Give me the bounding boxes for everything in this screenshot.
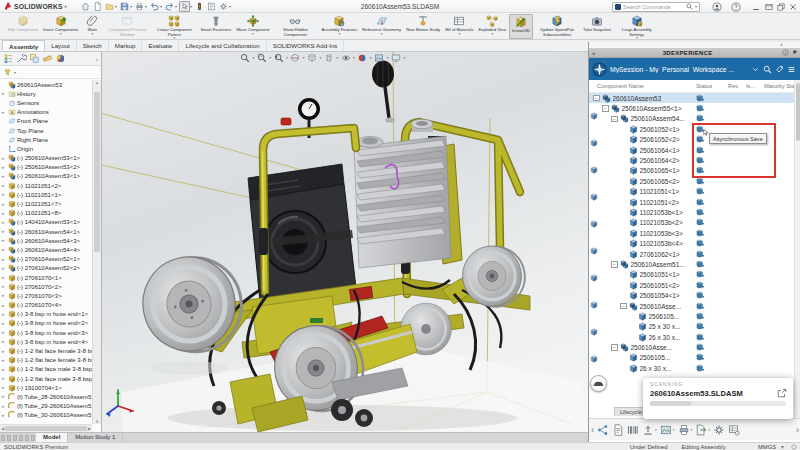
feature-tree-item[interactable]: ▸(-) 270610Assem52<2> — [0, 264, 92, 273]
redo-dropdown-caret[interactable]: ▾ — [175, 4, 177, 9]
save-dropdown-caret[interactable]: ▾ — [130, 4, 132, 9]
search-dropdown-caret[interactable]: ▾ — [695, 4, 697, 9]
hud-section-button[interactable] — [290, 53, 300, 63]
hud-vcube-button[interactable] — [307, 53, 317, 63]
feature-tree-item[interactable]: ▸(-) 3-8 bsp m hose end<1> — [0, 310, 92, 319]
expand-toggle[interactable]: − — [620, 303, 627, 310]
assistant-avatar[interactable] — [590, 375, 607, 392]
hud-prevview-button[interactable] — [274, 53, 284, 63]
tag-icon[interactable] — [775, 65, 784, 74]
expand-toggle[interactable]: − — [611, 261, 618, 268]
select-dropdown-caret[interactable]: ▾ — [190, 4, 192, 9]
tab-sketch[interactable]: Sketch — [77, 40, 109, 51]
help-icon[interactable] — [731, 2, 741, 12]
open-external-icon[interactable] — [777, 388, 787, 398]
feature-tree-item[interactable]: ▸(-) 27061070<4> — [0, 301, 92, 310]
expand-toggle[interactable]: − — [611, 344, 618, 351]
feature-tree-horizontal-scrollbar[interactable]: ◀▶ — [0, 424, 92, 432]
dx-tree-row[interactable]: 11021053b<3> — [589, 228, 794, 238]
options-button[interactable] — [218, 1, 229, 12]
feature-tree-item[interactable]: ▸(-) 260610Assem54<4> — [0, 245, 92, 254]
feature-tree-item[interactable]: ▸(-) 260610Assem54<1> — [0, 227, 92, 236]
feature-tree-item[interactable]: Right Plane — [0, 135, 92, 144]
print-dropdown-caret[interactable]: ▾ — [145, 4, 147, 9]
hud-appearance-button[interactable] — [357, 53, 367, 63]
hud-zoomfit-button[interactable] — [240, 53, 250, 63]
feature-tree-item[interactable]: ▸Annotations — [0, 108, 92, 117]
redo-button[interactable] — [164, 1, 175, 12]
panel-tab-overflow[interactable]: › — [96, 56, 98, 62]
cm-bill-of-materials-button[interactable]: Bill of Materials ▾ — [443, 14, 475, 39]
feature-tree-item[interactable]: ▸(-) 1-2 flat face female 3-8 bsp f<2 — [0, 356, 92, 365]
dx-tree-row[interactable]: − 250610Assem55<1> — [589, 103, 794, 113]
feature-tree-item[interactable]: ▸(-) 1-2 flat face male 3-8 bsp f<2> — [0, 374, 92, 383]
feature-tree-item[interactable]: Front Plane — [0, 117, 92, 126]
cm-show-hidden-components-button[interactable]: Show Hidden Components — [272, 14, 318, 39]
column-header-rev[interactable]: Rev — [728, 83, 738, 89]
expand-toggle[interactable]: − — [593, 95, 600, 102]
dx-tree-row[interactable]: 26 x 30 x... — [589, 332, 794, 342]
dx-tree-row[interactable]: 25061054<1> — [589, 290, 794, 300]
toolbar-gear2-button[interactable] — [713, 424, 725, 436]
cm-component-preview-window-button[interactable]: Component Preview Window — [104, 14, 150, 39]
feature-tree-item[interactable]: ▸(-) 270610Assem52<1> — [0, 255, 92, 264]
search-commands-box[interactable]: Search Commands ▾ — [612, 2, 700, 12]
cm-insert-components-button[interactable]: Insert Components ▾ — [41, 14, 80, 39]
restore-button[interactable] — [776, 2, 786, 12]
undo-dropdown-caret[interactable]: ▾ — [160, 4, 162, 9]
feature-tree-item[interactable]: ▸(-) 260610Assem53<1> — [0, 172, 92, 181]
tab-assembly[interactable]: Assembly — [2, 40, 45, 51]
menu-icon[interactable] — [787, 65, 796, 74]
toolbar-tablegear-button[interactable] — [728, 424, 740, 436]
dx-tree-row[interactable]: 2506105... — [589, 353, 794, 363]
cm-update-speedpak-subassemblies-button[interactable]: Update SpeedPak Subassemblies — [534, 14, 580, 39]
dx-tree-row[interactable]: 27061062<1> — [589, 249, 794, 259]
select-button[interactable] — [179, 1, 190, 12]
tab-evaluate[interactable]: Evaluate — [142, 40, 179, 51]
units-caret[interactable]: ▾ — [781, 444, 784, 450]
cm-assembly-features-button[interactable]: Assembly Features ▾ — [319, 14, 359, 39]
info-icon[interactable] — [782, 49, 789, 56]
model-tab-motion-study-1[interactable]: Motion Study 1 — [68, 433, 123, 442]
feature-tree-item[interactable]: ▸(-) 3-8 bsp m hose end<2> — [0, 319, 92, 328]
column-header-component-name[interactable]: Component Name — [597, 83, 644, 89]
dx-tree-row[interactable]: 25061051<1> — [589, 270, 794, 280]
dx-tree-row[interactable]: − 250610Asse... — [589, 301, 794, 311]
dx-tree-row[interactable]: 11021053b<2> — [589, 218, 794, 228]
panel-search-icon[interactable] — [763, 65, 772, 74]
tab-markup[interactable]: Markup — [109, 40, 143, 51]
graphics-viewport[interactable]: ▾▾▾▾▾▾▾▾▾▾ — [102, 52, 588, 432]
panel-tab-featuremanager[interactable] — [3, 53, 14, 64]
feature-tree-filter[interactable]: ▾ — [0, 66, 101, 79]
new-document-button[interactable] — [92, 1, 103, 12]
3d-model-canvas[interactable] — [102, 52, 588, 432]
expand-toggle[interactable]: − — [602, 105, 609, 112]
logo-flyout-arrow[interactable]: ▸ — [65, 3, 68, 9]
feature-tree-item[interactable]: ▸(-) 1-2 flat face female 3-8 bsp f<1 — [0, 346, 92, 355]
feature-tree-item[interactable]: ▸(-) 140410Assem53<1> — [0, 218, 92, 227]
feature-tree-item[interactable]: ▸(-) 27061070<2> — [0, 282, 92, 291]
model-tab-model[interactable]: Model — [36, 433, 68, 442]
user-account-icon[interactable] — [712, 2, 722, 12]
feature-tree-vertical-scrollbar[interactable]: ▲▼ — [92, 80, 101, 424]
expand-toggle[interactable]: − — [611, 116, 618, 123]
open-button[interactable] — [104, 1, 115, 12]
feature-tree-item[interactable]: Sensors — [0, 98, 92, 107]
scrollbar-thumb[interactable] — [94, 92, 100, 252]
open-dropdown-caret[interactable]: ▾ — [115, 4, 117, 9]
panel-vertical-scrollbar[interactable] — [794, 80, 800, 440]
dx-tree-row[interactable]: 25061051<2> — [589, 280, 794, 290]
cm-linear-component-pattern-button[interactable]: Linear Component Pattern ▾ — [151, 14, 197, 39]
options-dropdown-caret[interactable]: ▾ — [229, 4, 231, 9]
toolbar-barcode-button[interactable] — [627, 424, 639, 436]
dx-tree-row[interactable]: 11021053b<4> — [589, 238, 794, 248]
search-icon[interactable] — [686, 3, 693, 10]
feature-tree-item[interactable]: ▸(-) 27061070<1> — [0, 273, 92, 282]
toolbar-export2-button[interactable] — [695, 424, 707, 436]
file-properties-button[interactable] — [206, 1, 217, 12]
dx-tree-row[interactable]: 2506105... — [589, 311, 794, 321]
close-button[interactable] — [788, 2, 798, 12]
cm-instant3d-button[interactable]: Instant3D — [509, 14, 533, 39]
cm-large-assembly-settings-button[interactable]: Large Assembly Settings ▾ — [614, 14, 660, 39]
dx-tree-row[interactable]: 25 x 30 x... — [589, 322, 794, 332]
